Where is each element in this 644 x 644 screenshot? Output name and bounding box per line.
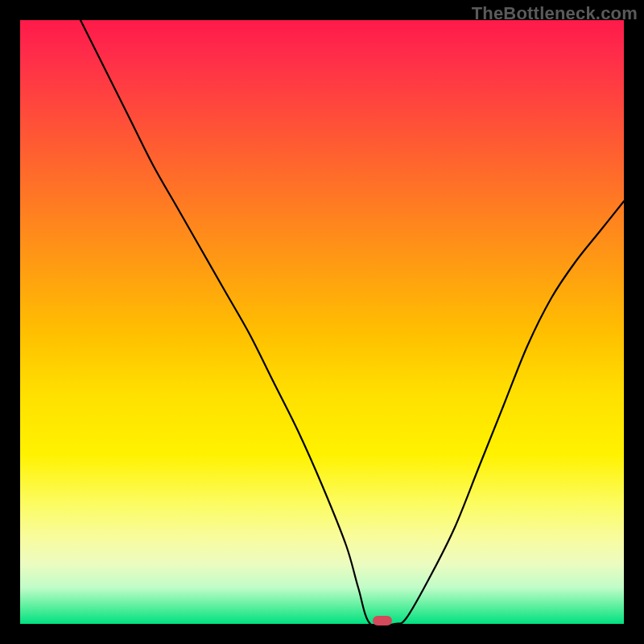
bottleneck-curve bbox=[80, 20, 624, 627]
curve-svg bbox=[20, 20, 624, 624]
min-marker bbox=[373, 616, 392, 625]
chart-frame: TheBottleneck.com bbox=[0, 0, 644, 644]
plot-area bbox=[20, 20, 624, 624]
